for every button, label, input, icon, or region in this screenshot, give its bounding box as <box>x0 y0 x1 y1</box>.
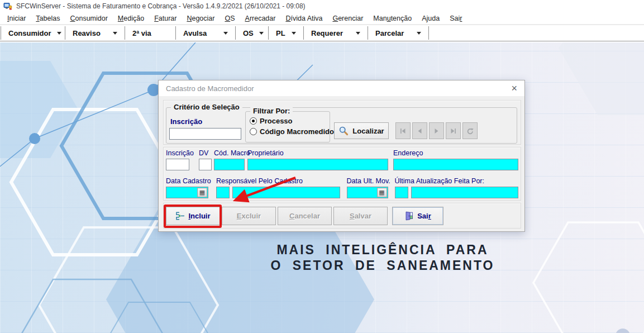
chevron-down-icon <box>292 32 296 35</box>
incluir-button[interactable]: Incluir <box>166 207 220 225</box>
calendar-icon[interactable]: ▦ <box>197 188 207 197</box>
toolbar-separator <box>65 26 65 40</box>
endereco-input[interactable] <box>393 159 518 170</box>
cod-macro-label: Cód. Macro <box>214 149 245 157</box>
toolbar-separator <box>175 26 176 40</box>
dialog-titlebar[interactable]: Cadastro de Macromedidor × <box>159 80 524 96</box>
toolbar-avulsa-button[interactable]: Avulsa <box>176 26 235 40</box>
chevron-down-icon <box>259 32 264 35</box>
menu-item-medicao[interactable]: Medição <box>113 13 149 23</box>
toolbar-os-button[interactable]: OS <box>236 26 268 40</box>
search-icon <box>338 126 349 136</box>
toolbar-reaviso-button[interactable]: Reaviso <box>66 26 124 40</box>
macromedidor-dialog: Cadastro de Macromedidor × Critério de S… <box>158 80 525 232</box>
responsavel-label: Responsável Pelo Cadastro <box>216 177 340 185</box>
radio-codigo-macromedidor[interactable]: Código Macromedidor <box>250 127 337 136</box>
dv-label: DV <box>199 149 212 157</box>
toolbar-requerer-button[interactable]: Requerer <box>304 26 367 40</box>
close-icon[interactable]: × <box>510 83 518 93</box>
menu-item-faturar[interactable]: Faturar <box>149 13 182 23</box>
criteria-panel: Critério de Seleção Inscrição Filtrar Po… <box>163 100 521 145</box>
fields-row-2: Data Cadastro ▦ Responsável Pelo Cadastr… <box>166 177 518 198</box>
nav-refresh-button[interactable] <box>462 122 478 139</box>
toolbar-consumidor-button[interactable]: Consumidor <box>2 26 64 40</box>
dialog-title: Cadastro de Macromedidor <box>166 84 254 93</box>
chevron-down-icon <box>356 32 360 35</box>
radio-unselected-icon[interactable] <box>250 128 257 135</box>
filter-group-label: Filtrar Por: <box>250 107 293 115</box>
menu-item-divida-ativa[interactable]: Dívida Ativa <box>280 13 327 23</box>
calendar-icon[interactable]: ▦ <box>377 188 387 197</box>
toolbar: ConsumidorReaviso2ª viaAvulsaOSPLRequere… <box>0 25 644 41</box>
chevron-down-icon <box>223 32 228 35</box>
menu-item-gerenciar[interactable]: Gerenciar <box>327 13 368 23</box>
criteria-inscricao-input[interactable] <box>169 128 241 140</box>
toolbar-parcelar-button[interactable]: Parcelar <box>369 26 428 40</box>
menu-item-sair[interactable]: Sair <box>445 13 467 23</box>
criteria-groupbox: Critério de Seleção Inscrição Filtrar Po… <box>166 107 517 144</box>
first-icon <box>399 127 407 135</box>
dialog-body: Critério de Seleção Inscrição Filtrar Po… <box>159 96 524 232</box>
dv-input[interactable] <box>199 159 212 170</box>
chevron-down-icon <box>113 32 117 35</box>
responsavel-code-input[interactable] <box>216 187 230 198</box>
sair-button[interactable]: Sair <box>392 207 443 225</box>
menu-item-consumidor[interactable]: Consumidor <box>65 13 112 23</box>
ultima-atualizacao-label: Última Atualização Feita Por: <box>395 177 519 185</box>
prev-icon <box>416 127 423 135</box>
cod-macro-input[interactable] <box>214 159 245 170</box>
ultima-atualizacao-code-input[interactable] <box>395 187 408 198</box>
proprietario-label: Proprietário <box>247 149 388 157</box>
proprietario-input[interactable] <box>247 159 388 170</box>
desktop: MAIS INTELIGÊNCIA PARA O SETOR DE SANEAM… <box>0 42 644 333</box>
action-buttons: Incluir Excluir Cancelar Salvar <box>166 207 443 225</box>
inscricao-input[interactable] <box>166 159 189 170</box>
app-window: SFCWinServer - Sistema de Faturamento e … <box>0 0 644 333</box>
cancelar-button[interactable]: Cancelar <box>278 207 332 225</box>
salvar-button[interactable]: Salvar <box>333 207 388 225</box>
nav-last-button[interactable] <box>446 122 461 139</box>
exit-door-icon <box>404 211 414 221</box>
menu-item-manutencao[interactable]: Manutenção <box>368 13 417 23</box>
menu-item-negociar[interactable]: Negociar <box>182 13 220 23</box>
watermark-line1: MAIS INTELIGÊNCIA PARA <box>251 242 514 258</box>
nav-next-button[interactable] <box>429 122 444 139</box>
inscricao-label: Inscrição <box>166 149 189 157</box>
criteria-inscricao-label: Inscrição <box>170 117 202 126</box>
toolbar-separator <box>1 26 1 40</box>
responsavel-input[interactable] <box>232 187 340 198</box>
toolbar-2-via-button[interactable]: 2ª via <box>126 26 175 40</box>
menu-item-tabelas[interactable]: Tabelas <box>31 13 65 23</box>
radio-selected-icon[interactable] <box>250 117 257 125</box>
chevron-down-icon <box>57 32 61 35</box>
watermark: MAIS INTELIGÊNCIA PARA O SETOR DE SANEAM… <box>251 242 514 273</box>
nav-prev-button[interactable] <box>412 122 427 139</box>
excluir-button[interactable]: Excluir <box>222 207 276 225</box>
fields-row-1: Inscrição DV Cód. Macro Proprietári <box>166 149 518 170</box>
menu-item-ajuda[interactable]: Ajuda <box>417 13 445 23</box>
next-icon <box>433 127 440 135</box>
data-ult-mov-label: Data Ult. Mov. <box>347 177 388 185</box>
chevron-down-icon <box>417 32 421 35</box>
radio-processo[interactable]: Processo <box>250 116 293 126</box>
endereco-label: Endereço <box>393 149 518 157</box>
menu-item-arrecadar[interactable]: Arrecadar <box>240 13 281 23</box>
menu-item-iniciar[interactable]: Iniciar <box>2 13 31 23</box>
app-icon <box>3 2 12 11</box>
window-titlebar: SFCWinServer - Sistema de Faturamento e … <box>0 0 644 12</box>
menu-item-os[interactable]: OS <box>220 13 240 23</box>
ultima-atualizacao-input[interactable] <box>411 187 519 198</box>
fields-panel: Inscrição DV Cód. Macro Proprietári <box>163 147 521 201</box>
insert-record-icon <box>175 212 185 220</box>
toolbar-separator <box>368 26 368 40</box>
data-cadastro-label: Data Cadastro <box>166 177 208 185</box>
toolbar-separator <box>428 26 429 40</box>
nav-first-button[interactable] <box>395 122 411 139</box>
localizar-button[interactable]: Localizar <box>334 122 389 139</box>
toolbar-separator <box>235 26 236 40</box>
criteria-group-label: Critério de Seleção <box>171 103 242 111</box>
watermark-line2: O SETOR DE SANEAMENTO <box>251 258 514 274</box>
toolbar-pl-button[interactable]: PL <box>269 26 303 40</box>
actions-panel: Incluir Excluir Cancelar Salvar <box>163 203 521 229</box>
record-navigator <box>395 122 478 139</box>
